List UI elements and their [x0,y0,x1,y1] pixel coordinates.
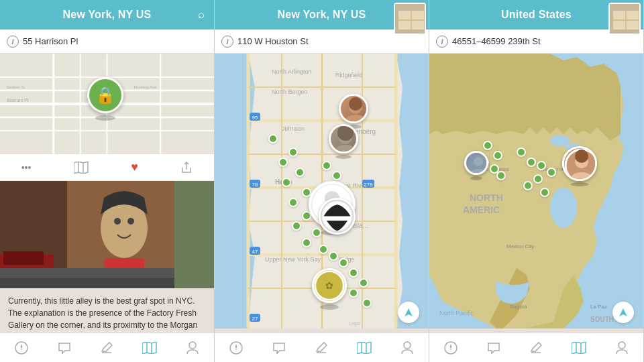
svg-marker-91 [357,342,371,354]
map-dot [339,258,348,267]
map-thumbnail-3[interactable] [608,3,641,35]
avatar-image-3a [464,151,488,175]
toolbar-edit-3[interactable] [525,337,547,359]
svg-text:Upper New York Bay: Upper New York Bay [265,256,321,263]
toolbar-map-1[interactable] [139,337,160,359]
panel-1-header: New York, NY US ⌕ [0,0,214,29]
svg-point-101 [550,135,570,146]
map-dot [332,171,341,180]
map-view-3[interactable]: Los Angeles New York Mexico City Bogotá … [429,54,643,333]
more-button[interactable]: ••• [21,162,32,173]
svg-rect-24 [3,251,44,265]
navigation-arrow-3[interactable] [612,302,634,323]
toolbar-profile-1[interactable] [182,337,203,359]
share-button[interactable] [180,162,193,174]
svg-point-113 [474,157,483,166]
info-icon[interactable]: i [7,36,19,48]
bottom-toolbar-1 [0,333,214,362]
toolbar-map-2[interactable] [354,337,375,359]
photo-pin-3[interactable]: ✿ [312,268,347,310]
map-dot [329,251,338,261]
map-button[interactable] [74,162,89,174]
address-bar-2: i 110 W Houston St [215,29,429,54]
map-thumbnail-2[interactable] [394,3,426,35]
info-icon-2[interactable]: i [221,36,233,48]
map-dot-3 [533,174,543,184]
map-dot-3 [527,158,536,167]
svg-point-20 [114,218,121,225]
map-dot-3 [540,188,549,197]
bottom-toolbar-2 [215,333,429,362]
address-text-3: 46551–46599 239th St [452,36,637,46]
svg-text:Boerum Pl: Boerum Pl [7,98,29,103]
toolbar-chat-2[interactable] [268,337,290,359]
action-bar-1: ••• ♥ [0,154,214,181]
svg-text:47: 47 [252,249,258,255]
location-pin-1: 🔒 [87,77,123,121]
map-dot-3 [493,151,502,160]
map-icon [74,162,89,174]
svg-text:NORTH: NORTH [470,192,503,203]
svg-text:Ridgefield: Ridgefield [335,72,362,78]
panel-map-city: New York, NY US ⌕ i 110 W Houston St [215,0,429,362]
toolbar-profile-3[interactable] [611,337,633,359]
svg-text:Legal: Legal [349,321,361,326]
map-dot [319,245,328,254]
svg-point-122 [619,342,625,349]
toolbar-compass-3[interactable] [440,337,462,359]
svg-text:SOUTH: SOUTH [590,316,614,323]
svg-text:27: 27 [252,316,258,322]
like-button[interactable]: ♥ [131,160,138,174]
toolbar-compass-2[interactable] [225,337,247,359]
map-dot [278,158,288,167]
toolbar-edit-1[interactable] [96,337,117,359]
panel-1-title: New York, NY US [63,9,152,21]
svg-marker-13 [74,162,88,174]
svg-rect-29 [174,181,214,288]
avatar-pin-2[interactable] [329,124,358,159]
post-caption-1: Currently, this little alley is the best… [0,288,214,333]
svg-text:Bogotá: Bogotá [510,304,527,310]
avatar-pin-3b[interactable] [562,146,597,186]
svg-text:Flushing Ave: Flushing Ave [133,85,157,89]
map-view-1[interactable]: Boerum Pl Grattan St Flushing Ave 🔒 [0,54,214,154]
address-text-1: 55 Harrison Pl [23,36,207,46]
panel-detail: New York, NY US ⌕ i 55 Harrison Pl Boeru… [0,0,215,362]
panel-2-title: New York, NY US [278,9,366,21]
map-dot [302,238,311,247]
svg-text:78: 78 [252,182,258,188]
toolbar-map-3[interactable] [568,337,590,359]
svg-text:Johnson: Johnson [282,125,305,132]
share-icon [180,162,193,174]
svg-text:North Pacific: North Pacific [439,310,474,316]
toolbar-edit-2[interactable] [311,337,332,359]
map-view-2[interactable]: 95 78 47 278 27 95 78 47 278 27 North Ar… [215,54,429,333]
map-dot [292,221,301,231]
svg-text:95: 95 [252,115,258,121]
map-dot [288,198,298,207]
photo-pin-2[interactable] [319,198,356,235]
svg-text:Grattan St: Grattan St [7,85,25,89]
toolbar-chat-1[interactable] [54,337,75,359]
svg-point-80 [349,97,362,111]
avatar-pin-3a[interactable] [464,151,488,180]
search-icon[interactable]: ⌕ [198,8,205,21]
map-dot-3 [483,141,492,150]
svg-text:✿: ✿ [325,280,333,291]
toolbar-compass-1[interactable] [11,337,32,359]
more-icon: ••• [21,162,32,173]
svg-text:Mexico City: Mexico City [506,243,534,249]
map-dot [349,288,358,298]
navigation-arrow-2[interactable] [398,302,419,323]
svg-text:North Bergen: North Bergen [272,88,308,95]
info-icon-3[interactable]: i [436,36,448,48]
toolbar-chat-3[interactable] [483,337,504,359]
thumbnail-img-3 [610,4,639,34]
toolbar-profile-2[interactable] [396,337,418,359]
panel-map-country: United States ⌕ i 46551–46599 239th St [429,0,644,362]
svg-marker-32 [142,342,156,354]
svg-point-100 [550,188,577,228]
map-dot-3 [496,171,506,180]
svg-point-94 [404,342,411,349]
svg-point-35 [189,342,196,349]
